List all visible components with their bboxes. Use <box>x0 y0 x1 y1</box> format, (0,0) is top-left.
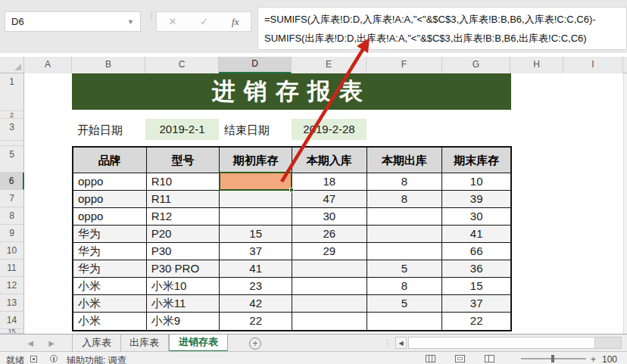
row-header-9[interactable]: 9 <box>0 225 24 242</box>
table-cell[interactable]: 37 <box>442 295 510 313</box>
column-header-F[interactable]: F <box>367 57 442 73</box>
h-scroll-left-icon[interactable]: ◀ <box>395 337 407 349</box>
table-header-cell[interactable]: 型号 <box>147 148 220 173</box>
column-header-D[interactable]: D <box>219 57 292 73</box>
table-cell[interactable]: 41 <box>442 226 510 243</box>
table-cell[interactable] <box>292 260 367 278</box>
row-header-6[interactable]: 6 <box>0 173 24 190</box>
row-header-13[interactable]: 13 <box>0 294 24 312</box>
table-cell[interactable]: R11 <box>147 191 220 208</box>
table-cell[interactable]: 41 <box>220 260 292 278</box>
table-cell[interactable]: oppo <box>73 173 147 191</box>
table-header-cell[interactable]: 期初库存 <box>220 148 292 173</box>
sheet-tab-进销存表[interactable]: 进销存表 <box>169 334 228 352</box>
formula-input[interactable]: =SUMIFS(入库表!D:D,入库表!A:A,"<"&$C$3,入库表!B:B… <box>257 7 627 50</box>
row-header-8[interactable]: 8 <box>0 207 24 225</box>
table-cell[interactable]: 39 <box>442 191 510 208</box>
table-cell[interactable]: 30 <box>292 208 367 226</box>
column-header-H[interactable]: H <box>510 57 563 73</box>
row-header-12[interactable]: 12 <box>0 277 24 294</box>
fill-handle[interactable] <box>289 188 294 192</box>
table-cell[interactable] <box>292 295 367 313</box>
table-header-cell[interactable]: 本期出库 <box>367 148 443 173</box>
macro-record-icon[interactable] <box>30 356 37 362</box>
table-header-cell[interactable]: 本期入库 <box>292 148 367 173</box>
name-box[interactable]: D6 ▼ <box>5 11 141 32</box>
table-cell[interactable]: 15 <box>442 278 510 295</box>
select-all-corner[interactable] <box>0 57 24 73</box>
table-cell[interactable]: 华为 <box>73 226 147 243</box>
table-cell[interactable]: 5 <box>367 260 443 278</box>
table-cell[interactable]: 22 <box>442 313 510 330</box>
table-cell[interactable]: 小米10 <box>147 278 220 295</box>
table-cell[interactable]: 66 <box>442 243 510 260</box>
row-header-10[interactable]: 10 <box>0 242 24 260</box>
table-cell[interactable]: 8 <box>367 191 443 208</box>
table-cell[interactable]: 29 <box>292 243 367 260</box>
sheet-tab-出库表[interactable]: 出库表 <box>120 334 169 352</box>
table-cell[interactable] <box>367 208 443 226</box>
start-date-label-cell[interactable]: 开始日期 <box>72 120 145 140</box>
table-cell[interactable] <box>292 278 367 295</box>
row-header-5[interactable]: 5 <box>0 146 24 173</box>
table-cell[interactable]: 42 <box>220 295 292 313</box>
page-break-view-icon[interactable] <box>485 355 494 362</box>
table-cell[interactable]: 8 <box>367 278 443 295</box>
column-header-A[interactable]: A <box>24 57 72 73</box>
table-cell[interactable]: 8 <box>367 173 443 191</box>
normal-view-icon[interactable] <box>426 355 435 362</box>
row-header-2[interactable]: 2 <box>0 111 24 119</box>
horizontal-scrollbar-thumb[interactable] <box>409 338 595 348</box>
end-date-label-cell[interactable]: 结束日期 <box>219 120 292 140</box>
row-header-3[interactable]: 3 <box>0 119 24 141</box>
table-cell[interactable]: 小米 <box>73 278 147 295</box>
selected-cell-D6[interactable] <box>219 172 292 191</box>
table-cell[interactable] <box>367 226 443 243</box>
start-date-value-cell[interactable]: 2019-2-1 <box>145 119 219 140</box>
table-cell[interactable] <box>292 313 367 330</box>
name-box-dropdown-icon[interactable]: ▼ <box>127 18 134 26</box>
table-cell[interactable]: oppo <box>73 191 147 208</box>
vertical-scrollbar[interactable] <box>623 73 627 334</box>
table-cell[interactable]: 30 <box>442 208 510 226</box>
table-cell[interactable] <box>220 208 292 226</box>
table-cell[interactable]: 华为 <box>73 260 147 278</box>
table-cell[interactable]: 18 <box>292 173 367 191</box>
table-cell[interactable]: 36 <box>442 260 510 278</box>
table-cell[interactable]: 10 <box>442 173 510 191</box>
table-cell[interactable]: 小米9 <box>147 313 220 330</box>
table-cell[interactable]: 23 <box>220 278 292 295</box>
column-header-B[interactable]: B <box>72 57 145 73</box>
report-title-cell[interactable]: 进销存报表 <box>72 73 511 110</box>
table-cell[interactable]: R10 <box>147 173 220 191</box>
table-cell[interactable]: 小米 <box>73 295 147 313</box>
table-cell[interactable]: 小米 <box>73 313 147 330</box>
page-layout-view-icon[interactable] <box>455 355 465 362</box>
table-cell[interactable]: P30 PRO <box>147 260 220 278</box>
prev-sheet-icon[interactable]: ◀ <box>21 334 39 352</box>
table-cell[interactable]: 22 <box>220 313 292 330</box>
table-cell[interactable]: 26 <box>292 226 367 243</box>
sheet-tab-入库表[interactable]: 入库表 <box>72 334 121 352</box>
table-cell[interactable]: 小米11 <box>147 295 220 313</box>
end-date-value-cell[interactable]: 2019-2-28 <box>292 119 367 140</box>
add-sheet-icon[interactable]: + <box>249 338 261 350</box>
table-cell[interactable] <box>220 191 292 208</box>
table-cell[interactable]: oppo <box>73 208 147 226</box>
zoom-in-icon[interactable]: + <box>591 354 596 364</box>
next-sheet-icon[interactable]: ▶ <box>42 334 61 352</box>
accessibility-status[interactable]: 辅助功能: 调查 <box>67 354 126 364</box>
column-header-I[interactable]: I <box>563 57 623 73</box>
zoom-slider-thumb[interactable] <box>551 355 554 362</box>
enter-icon[interactable]: ✓ <box>200 16 208 27</box>
row-header-11[interactable]: 11 <box>0 260 24 277</box>
table-cell[interactable]: P20 <box>147 226 220 243</box>
column-header-C[interactable]: C <box>145 57 219 73</box>
table-cell[interactable]: R12 <box>147 208 220 226</box>
cancel-icon[interactable]: ✕ <box>168 16 176 27</box>
row-header-1[interactable]: 1 <box>0 73 24 111</box>
table-cell[interactable]: 5 <box>367 295 443 313</box>
insert-function-icon[interactable]: fx <box>232 16 239 28</box>
row-header-14[interactable]: 14 <box>0 312 24 329</box>
table-cell[interactable] <box>367 243 443 260</box>
